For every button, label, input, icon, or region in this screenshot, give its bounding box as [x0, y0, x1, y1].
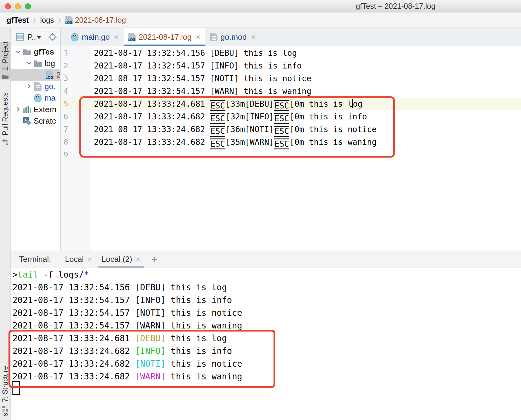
project-panel-header: P.. — [11, 28, 61, 46]
escape-char-glyph: ESC — [210, 100, 225, 111]
line-text: 2021-08-17 13:33:24.682 ESC[32m[INFO]ESC… — [91, 110, 367, 123]
escape-char-glyph: ESC — [210, 138, 225, 149]
project-view-icon — [16, 33, 24, 41]
tool-stripe-project-button[interactable]: 1: Project — [0, 42, 11, 79]
libs-icon — [22, 105, 32, 113]
editor-line: 9 — [61, 148, 521, 161]
chevron-down-icon[interactable] — [14, 48, 22, 55]
terminal-line: 2021-08-17 13:32:54.157 [NOTI] this is n… — [11, 307, 521, 319]
terminal-tab-label: Local — [65, 255, 84, 264]
doc-icon — [33, 82, 43, 91]
editor-tab-go-mod[interactable]: go.mod× — [205, 28, 260, 46]
locate-file-icon[interactable] — [48, 33, 57, 41]
terminal-tab-local-2-[interactable]: Local (2)× — [97, 251, 145, 268]
tool-stripe-pull-requests-button[interactable]: Pull Requests — [0, 89, 11, 149]
tree-item[interactable]: Extern — [11, 104, 60, 115]
tree-item-label: 2021-08-17.log — [56, 70, 61, 80]
tool-stripe-partial-button[interactable]: s — [0, 408, 11, 420]
breadcrumb-item-label: logs — [40, 16, 54, 25]
line-number: 2 — [61, 59, 91, 72]
logfile-icon: LOG — [128, 33, 136, 41]
terminal-line: 2021-08-17 13:33:24.682 [INFO] this is i… — [11, 345, 521, 358]
editor-line: 32021-08-17 13:32:54.157 [NOTI] this is … — [61, 72, 521, 85]
tool-window-stripe: 1: Project Pull Requests 7: Structure s — [0, 28, 11, 420]
escape-char-glyph: ESC — [210, 126, 225, 137]
minimize-window-button[interactable] — [15, 3, 21, 9]
line-text — [91, 148, 94, 161]
terminal-line: 2021-08-17 13:33:24.681 [DEBU] this is l… — [11, 332, 521, 345]
logfile-icon: LOG — [45, 71, 55, 79]
tree-item-label: gfTes — [34, 47, 54, 57]
editor-line: 22021-08-17 13:32:54.157 [INFO] this is … — [61, 59, 521, 72]
editor-lines: 12021-08-17 13:32:54.156 [DEBU] this is … — [61, 47, 521, 161]
doc-icon — [210, 33, 217, 41]
gopher-icon — [71, 32, 79, 42]
close-window-button[interactable] — [5, 3, 11, 9]
breadcrumb-separator-icon: › — [58, 14, 61, 26]
editor-line: 42021-08-17 13:32:54.157 [WARN] this is … — [61, 85, 521, 98]
breadcrumb-item-label: 2021-08-17.log — [75, 16, 126, 25]
folder-icon — [2, 74, 9, 80]
tree-item[interactable]: go. — [11, 81, 60, 92]
line-text: 2021-08-17 13:32:54.156 [DEBU] this is l… — [91, 47, 297, 59]
terminal-line: 2021-08-17 13:32:54.157 [WARN] this is w… — [11, 319, 521, 332]
close-tab-icon[interactable]: × — [196, 32, 201, 42]
terminal-tab-label: Local (2) — [101, 255, 132, 264]
close-tab-icon[interactable]: × — [136, 255, 140, 264]
escape-char-glyph: ESC — [274, 138, 289, 149]
line-text: 2021-08-17 13:32:54.157 [INFO] this is i… — [91, 59, 302, 72]
terminal-block-cursor — [12, 381, 20, 395]
close-tab-icon[interactable]: × — [88, 255, 92, 264]
editor-tab-main-go[interactable]: main.go× — [66, 28, 124, 46]
tree-item[interactable]: gfTes — [11, 46, 60, 58]
line-text: 2021-08-17 13:33:24.682 ESC[35m[WARN]ESC… — [91, 136, 377, 148]
terminal-label: Terminal: — [19, 251, 51, 268]
tree-item[interactable]: log — [11, 58, 60, 69]
chevron-right-icon[interactable] — [14, 106, 22, 113]
terminal-line: 2021-08-17 13:32:54.156 [DEBU] this is l… — [11, 281, 521, 294]
log-file-icon: LOG — [65, 16, 73, 24]
line-number: 5 — [61, 98, 91, 110]
editor-line: 52021-08-17 13:33:24.681 ESC[33m[DEBU]ES… — [61, 98, 521, 110]
terminal-tab-local[interactable]: Local× — [60, 251, 97, 268]
terminal-output[interactable]: >tail -f logs/*2021-08-17 13:32:54.156 [… — [11, 268, 521, 383]
breadcrumb-item-label: gfTest — [7, 16, 29, 25]
project-view-selector[interactable]: P.. — [28, 33, 41, 42]
terminal-line: 2021-08-17 13:33:24.682 [WARN] this is w… — [11, 370, 521, 383]
editor-line: 72021-08-17 13:33:24.682 ESC[36m[NOTI]ES… — [61, 123, 521, 136]
line-number: 8 — [61, 136, 91, 148]
breadcrumb-item[interactable]: gfTest — [7, 16, 29, 25]
project-tree: gfTeslogLOG2021-08-17.loggo.maExternScra… — [11, 46, 61, 251]
escape-char-glyph: ESC — [274, 126, 289, 137]
tree-item-label: Scratc — [34, 116, 56, 126]
chevron-right-icon[interactable] — [25, 83, 33, 90]
tree-item-label: go. — [45, 82, 55, 91]
chevron-down-icon[interactable] — [25, 60, 33, 67]
scratch-icon — [22, 117, 32, 125]
line-number: 4 — [61, 85, 91, 98]
pull-request-icon — [2, 138, 9, 146]
tree-item[interactable]: Scratc — [11, 115, 60, 127]
close-tab-icon[interactable]: × — [251, 32, 256, 42]
escape-char-glyph: ESC — [210, 113, 225, 124]
editor-tab-2021-08-17-log[interactable]: LOG2021-08-17.log× — [124, 28, 205, 46]
breadcrumb-item[interactable]: logs — [40, 16, 54, 25]
tree-item[interactable]: ma — [11, 92, 60, 104]
editor-area[interactable]: 12021-08-17 13:32:54.156 [DEBU] this is … — [61, 46, 521, 251]
ide-window: gfTest – 2021-08-17.log gfTest›logs›LOG2… — [0, 0, 521, 420]
editor-line: 62021-08-17 13:33:24.682 ESC[32m[INFO]ES… — [61, 110, 521, 123]
terminal-line: >tail -f logs/* — [11, 268, 521, 281]
editor-line: 12021-08-17 13:32:54.156 [DEBU] this is … — [61, 47, 521, 59]
line-number: 7 — [61, 123, 91, 136]
close-tab-icon[interactable]: × — [114, 32, 119, 42]
line-text: 2021-08-17 13:32:54.157 [NOTI] this is n… — [91, 72, 311, 85]
chevron-down-icon — [37, 36, 41, 39]
tab-label: main.go — [82, 32, 110, 42]
titlebar: gfTest – 2021-08-17.log — [0, 0, 521, 12]
zoom-window-button[interactable] — [25, 3, 31, 9]
breadcrumb-item[interactable]: LOG2021-08-17.log — [65, 16, 126, 25]
new-terminal-button[interactable]: + — [151, 251, 158, 268]
line-number: 3 — [61, 72, 91, 85]
line-text: 2021-08-17 13:33:24.681 ESC[33m[DEBU]ESC… — [91, 98, 363, 110]
tree-item[interactable]: LOG2021-08-17.log — [11, 69, 60, 81]
